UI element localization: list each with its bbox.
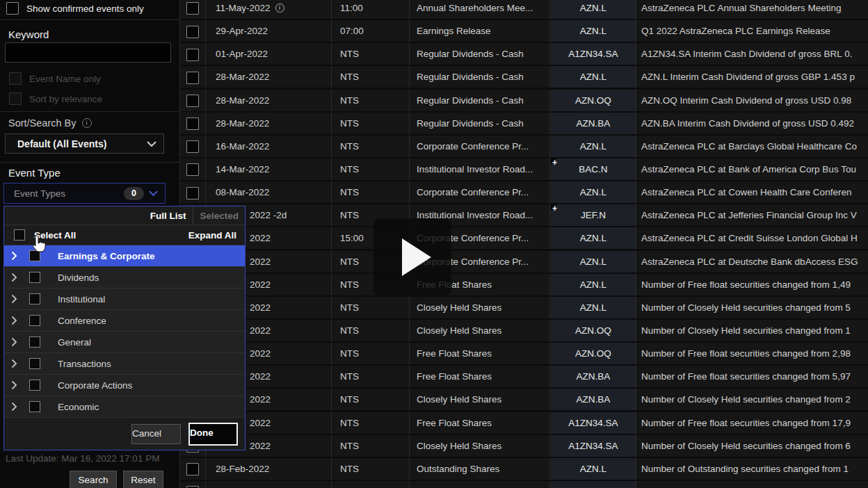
chevron-right-icon[interactable]	[11, 294, 17, 304]
keyword-input[interactable]	[5, 42, 171, 63]
category-checkbox[interactable]	[29, 293, 40, 304]
divider	[0, 111, 179, 112]
table-row[interactable]: 11-May-2022i11:00Annual Shareholders Mee…	[180, 0, 868, 20]
table-row[interactable]: 28-Mar-2022NTSRegular Dividends - CashAZ…	[180, 66, 868, 89]
chevron-right-icon[interactable]	[11, 380, 17, 390]
chevron-right-icon[interactable]	[11, 251, 17, 261]
row-checkbox[interactable]	[186, 95, 199, 107]
category-checkbox[interactable]	[29, 380, 40, 391]
table-row[interactable]: 2022NTSFree Float SharesAZN.LNumber of F…	[180, 274, 868, 297]
chevron-right-icon[interactable]	[11, 359, 17, 368]
category-item[interactable]: General	[4, 332, 245, 353]
category-checkbox[interactable]	[29, 358, 40, 369]
category-checkbox[interactable]	[29, 272, 40, 283]
ric-cell: AZN.BA	[551, 113, 636, 134]
row-checkbox[interactable]	[186, 117, 199, 130]
event-type-cell: Corporate Conference Pr...	[410, 181, 550, 203]
table-row[interactable]: 2022NTSClosely Held SharesAZN.OQNumber o…	[180, 320, 868, 343]
done-button[interactable]: Done	[188, 423, 238, 446]
row-select-cell	[180, 20, 206, 42]
table-row[interactable]: 08-Mar-2022NTSCorporate Conference Pr...…	[180, 181, 868, 204]
category-item[interactable]: Institutional	[4, 288, 245, 310]
category-list: Earnings & CorporateDividendsInstitution…	[4, 245, 245, 418]
event-description: AZN.L Interim Cash Dividend of gross GBP…	[636, 66, 868, 88]
show-confirmed-checkbox[interactable]	[6, 2, 19, 15]
row-checkbox[interactable]	[186, 49, 199, 61]
show-confirmed-row[interactable]: Show confirmed events only	[6, 2, 144, 15]
event-time: 11:00	[332, 0, 410, 19]
category-item[interactable]: Corporate Actions	[4, 375, 245, 396]
table-row[interactable]: 16-Mar-2022NTSCorporate Conference Pr...…	[180, 136, 868, 158]
table-row[interactable]: 28-Mar-2022NTSRegular Dividends - CashAZ…	[180, 113, 868, 136]
event-time: NTS	[332, 297, 410, 318]
event-description: Number of Outstanding securities changed…	[636, 458, 868, 480]
tab-full-list[interactable]: Full List	[150, 211, 193, 221]
sort-search-value: Default (All Events)	[17, 138, 106, 149]
chevron-right-icon[interactable]	[11, 316, 17, 325]
table-row[interactable]: 28-Feb-2022NTSOutstanding SharesAZN.LNum…	[180, 458, 868, 481]
event-time: 07:00	[332, 20, 410, 42]
event-time: NTS	[332, 66, 410, 88]
chevron-right-icon[interactable]	[11, 273, 17, 282]
category-item[interactable]: Economic	[4, 396, 245, 418]
category-label: General	[58, 337, 91, 348]
table-row[interactable]: 29-Apr-202207:00Earnings ReleaseAZN.LQ1 …	[180, 20, 868, 43]
table-row[interactable]: 2022 -2dNTSInstitutional Investor Road..…	[180, 204, 868, 227]
chevron-right-icon[interactable]	[11, 402, 17, 412]
tab-selected[interactable]: Selected	[193, 211, 245, 221]
event-description: AstraZeneca PLC at Cowen Health Care Con…	[636, 181, 868, 203]
event-time: NTS	[332, 136, 410, 157]
reset-button[interactable]: Reset	[123, 471, 163, 488]
category-item[interactable]: Transactions	[4, 353, 245, 375]
table-row[interactable]: 01-Apr-2022NTSRegular Dividends - CashA1…	[180, 43, 868, 66]
category-checkbox[interactable]	[29, 401, 40, 412]
table-row[interactable]: 2022NTSFree Float SharesA1ZN34.SANumber …	[180, 412, 868, 435]
row-checkbox[interactable]	[186, 72, 199, 84]
category-item[interactable]: Conference	[4, 310, 245, 332]
expand-all-button[interactable]: Expand All	[188, 230, 236, 241]
event-types-dropdown-panel: Full List Selected Select All Expand All…	[3, 206, 246, 450]
table-row[interactable]: 2022NTSClosely Held SharesAZN.LNumber of…	[180, 297, 868, 320]
chevron-right-icon[interactable]	[11, 337, 17, 347]
event-date: 29-Apr-2022	[206, 20, 332, 42]
table-row[interactable]: 2022NTSCorporate Conference Pr...AZN.LAs…	[180, 251, 868, 274]
event-description: Q1 2022 AstraZeneca PLC Earnings Release	[636, 20, 868, 42]
hand-cursor-icon	[31, 234, 47, 256]
row-checkbox[interactable]	[186, 2, 199, 15]
table-row[interactable]: 2022NTSFree Float SharesAZN.OQNumber of …	[180, 343, 868, 366]
event-type-cell: Earnings Release	[410, 20, 550, 42]
ric-cell: +JEF.N	[551, 204, 636, 226]
row-checkbox[interactable]	[186, 463, 199, 475]
video-play-overlay[interactable]	[373, 218, 451, 296]
search-button[interactable]: Search	[70, 471, 117, 488]
category-item[interactable]: Dividends	[4, 267, 245, 288]
row-checkbox[interactable]	[186, 163, 199, 176]
plus-corner-icon: +	[551, 204, 564, 218]
table-row[interactable]: 2022NTSClosely Held SharesAZN.BANumber o…	[180, 389, 868, 412]
cancel-button[interactable]: Cancel	[131, 424, 181, 444]
ric-cell: AZN.BA	[551, 366, 636, 387]
sort-search-select[interactable]: Default (All Events)	[5, 133, 164, 154]
category-checkbox[interactable]	[29, 315, 40, 326]
table-row[interactable]: 28-Mar-2022NTSRegular Dividends - CashAZ…	[180, 90, 868, 113]
ric-cell: AZN.L	[551, 20, 636, 42]
event-time: NTS	[332, 389, 410, 410]
ric-cell: A1ZN34.SA	[551, 412, 636, 434]
table-row[interactable]: 14-Mar-2022NTSInstitutional Investor Roa…	[180, 158, 868, 181]
event-types-dropdown-button[interactable]: Event Types 0	[3, 183, 166, 204]
row-checkbox[interactable]	[186, 187, 199, 200]
show-confirmed-label: Show confirmed events only	[26, 3, 144, 14]
row-checkbox[interactable]	[186, 140, 199, 153]
event-type-cell: Free Float Shares	[410, 366, 550, 387]
table-row[interactable]: 202215:00Corporate Conference Pr...AZN.L…	[180, 227, 868, 250]
row-checkbox[interactable]	[186, 26, 199, 38]
event-description: Number of Free float securities changed …	[636, 366, 868, 387]
ric-cell: AZN.L	[551, 227, 636, 249]
divider	[0, 19, 179, 20]
table-row[interactable]: 2022NTSClosely Held SharesA1ZN34.SANumbe…	[180, 435, 868, 458]
category-checkbox[interactable]	[29, 336, 40, 348]
table-row[interactable]: Feb-2022NTSIssued SharesAZN.LNumber of I…	[180, 481, 868, 488]
table-row[interactable]: 2022NTSFree Float SharesAZN.BANumber of …	[180, 366, 868, 389]
select-all-checkbox[interactable]	[14, 229, 25, 241]
event-type-cell: Outstanding Shares	[410, 458, 550, 480]
